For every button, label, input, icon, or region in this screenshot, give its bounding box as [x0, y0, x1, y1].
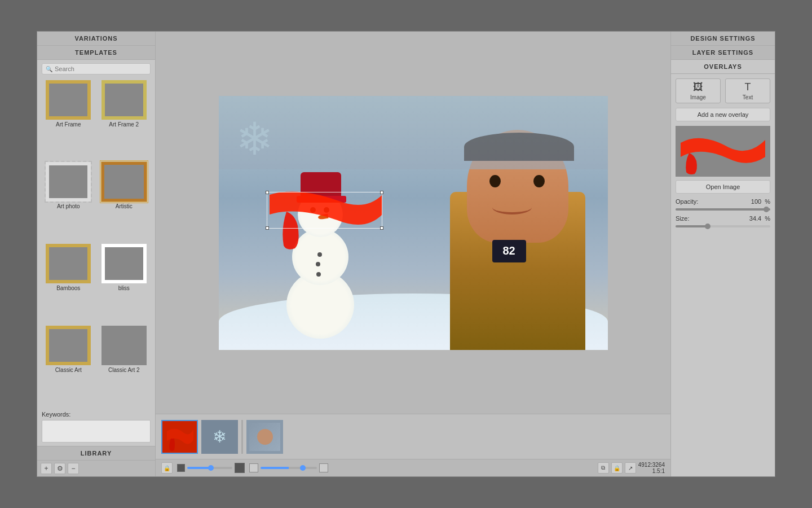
transform-icon[interactable]: ↗	[625, 462, 636, 474]
overlay-preview-svg	[678, 126, 768, 177]
template-label-classic-art: Classic Art	[55, 367, 82, 373]
film-separator	[241, 420, 243, 454]
copy-icon[interactable]: ⧉	[598, 462, 609, 474]
size-unit: %	[765, 215, 770, 222]
film-thumb-snowflake[interactable]: ❄	[201, 420, 238, 454]
overlays-tab[interactable]: OVERLAYS	[671, 60, 775, 74]
template-item-classic-art[interactable]: Classic Art	[42, 326, 95, 405]
canvas-area: ❄	[156, 32, 670, 414]
view-button-1[interactable]	[249, 463, 258, 472]
zoom-slider-2[interactable]	[261, 467, 317, 469]
left-panel: VARIATIONS TEMPLATES 🔍 Art Frame Art Fra…	[37, 32, 156, 476]
template-item-art-frame[interactable]: Art Frame	[42, 80, 95, 160]
scarf-overlay-container[interactable]	[264, 183, 388, 229]
settings-button[interactable]: ⚙	[54, 463, 65, 474]
search-icon: 🔍	[46, 66, 52, 72]
zoom-slider[interactable]	[187, 467, 232, 469]
template-thumb-bamboos	[46, 244, 91, 283]
size-handle[interactable]	[705, 224, 710, 229]
secure-icon[interactable]: 🔒	[611, 462, 623, 474]
main-area: VARIATIONS TEMPLATES 🔍 Art Frame Art Fra…	[37, 32, 775, 476]
opacity-value: 100	[751, 198, 761, 205]
photo-canvas: ❄	[219, 96, 608, 350]
opacity-unit: %	[765, 198, 770, 205]
templates-grid: Art Frame Art Frame 2 Art photo Artistic	[37, 78, 155, 408]
templates-header: TEMPLATES	[37, 46, 155, 60]
right-toolbar-icons: ⧉ 🔒 ↗ 4912:3264 1.5:1	[598, 462, 665, 474]
film-thumb-snowflake-inner: ❄	[202, 421, 237, 453]
template-item-bliss[interactable]: bliss	[98, 244, 151, 323]
template-thumb-classic-art	[46, 326, 91, 365]
text-type-button[interactable]: T Text	[725, 78, 770, 103]
template-label-artistic: Artistic	[116, 203, 133, 209]
image-type-button[interactable]: 🖼 Image	[676, 78, 721, 103]
template-label-art-frame-2: Art Frame 2	[109, 121, 139, 128]
zoom-large-icon	[235, 463, 245, 473]
remove-button[interactable]: −	[68, 463, 79, 474]
template-thumb-art-photo	[46, 162, 91, 202]
opacity-slider[interactable]	[676, 208, 770, 211]
template-thumb-classic-art-2	[102, 326, 147, 365]
opacity-slider-row	[676, 208, 770, 211]
ratio-value: 1.5:1	[638, 468, 665, 474]
size-slider-row	[676, 225, 770, 227]
opacity-label: Opacity:	[676, 198, 704, 205]
opacity-row: Opacity: 100 %	[676, 198, 770, 205]
film-thumb-photo-inner	[248, 421, 282, 453]
coordinates-value: 4912:3264	[638, 462, 665, 468]
overlay-type-buttons: 🖼 Image T Text	[676, 78, 770, 103]
variations-header: VARIATIONS	[37, 32, 155, 46]
overlays-content: 🖼 Image T Text Add a new overlay	[671, 74, 775, 476]
template-thumb-artistic	[102, 162, 147, 202]
view-controls	[249, 463, 328, 472]
film-thumb-photo[interactable]	[246, 420, 283, 454]
template-item-classic-art-2[interactable]: Classic Art 2	[98, 326, 151, 405]
search-bar[interactable]: 🔍	[42, 63, 151, 75]
template-thumb-art-frame-2	[102, 80, 147, 120]
filmstrip: ❄	[156, 414, 670, 459]
zoom-handle-2[interactable]	[300, 465, 306, 471]
template-thumb-bliss	[102, 244, 147, 283]
keywords-label: Keywords:	[42, 411, 70, 418]
template-label-art-frame: Art Frame	[56, 121, 81, 128]
search-input[interactable]	[55, 65, 147, 72]
design-settings-tab[interactable]: DESIGN SETTINGS	[671, 32, 775, 46]
center-panel: ❄	[156, 32, 670, 476]
template-item-artistic[interactable]: Artistic	[98, 162, 151, 242]
template-item-bamboos[interactable]: Bamboos	[42, 244, 95, 323]
keywords-section: Keywords:	[37, 408, 155, 446]
template-label-art-photo: Art photo	[57, 203, 80, 209]
zoom-small-icon	[177, 464, 185, 472]
library-header: LIBRARY	[37, 446, 155, 460]
zoom-handle[interactable]	[208, 465, 214, 471]
template-item-art-frame-2[interactable]: Art Frame 2	[98, 80, 151, 160]
coordinates-display: 4912:3264 1.5:1	[638, 462, 665, 474]
app-window: VARIATIONS TEMPLATES 🔍 Art Frame Art Fra…	[37, 31, 775, 477]
template-label-bamboos: Bamboos	[56, 285, 80, 291]
size-value: 34.4	[749, 215, 761, 222]
film-thumb-red-scarf[interactable]	[161, 420, 198, 454]
open-image-button[interactable]: Open Image	[676, 180, 770, 194]
template-item-art-photo[interactable]: Art photo	[42, 162, 95, 242]
view-button-2[interactable]	[319, 463, 328, 472]
template-thumb-art-frame	[46, 80, 91, 120]
bottom-toolbar-left: + ⚙ −	[37, 460, 155, 476]
layer-settings-tab[interactable]: LAYER SETTINGS	[671, 46, 775, 60]
add-overlay-button[interactable]: Add a new overlay	[676, 108, 770, 121]
opacity-fill	[676, 208, 770, 211]
template-label-bliss: bliss	[118, 285, 130, 291]
film-thumb-red-scarf-inner	[162, 421, 197, 453]
size-slider[interactable]	[676, 225, 770, 227]
keywords-input[interactable]	[42, 420, 151, 443]
bottom-toolbar-center: 🔒 ⧉ 🔒 ↗	[156, 459, 670, 476]
image-type-icon: 🖼	[693, 81, 703, 93]
image-type-label: Image	[690, 94, 706, 100]
right-panel: DESIGN SETTINGS LAYER SETTINGS OVERLAYS …	[670, 32, 775, 476]
overlay-preview	[676, 126, 770, 177]
lock-icon[interactable]: 🔒	[161, 462, 173, 474]
template-label-classic-art-2: Classic Art 2	[108, 367, 140, 373]
size-fill	[676, 225, 708, 227]
size-label: Size:	[676, 215, 704, 222]
opacity-handle[interactable]	[764, 207, 769, 212]
add-button[interactable]: +	[41, 463, 52, 474]
